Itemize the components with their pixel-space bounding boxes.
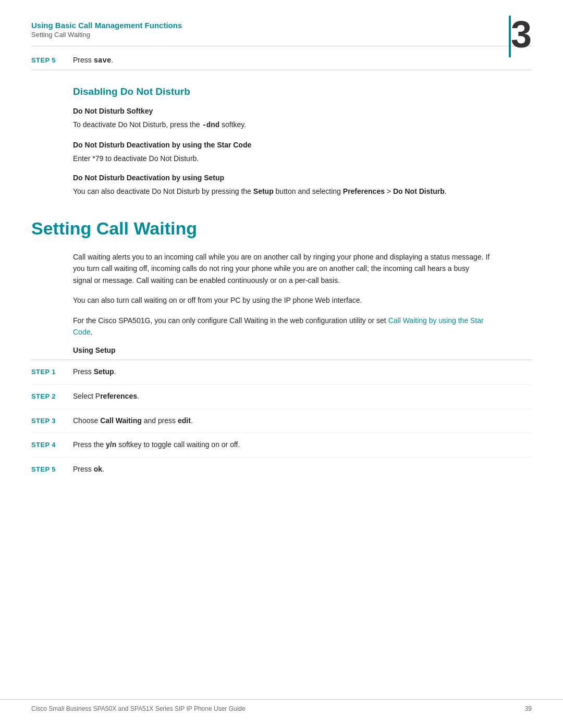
dnd-star-code-text: Enter *79 to deactivate Do Not Disturb. bbox=[73, 153, 490, 165]
dnd-setup-text-before: You can also deactivate Do Not Disturb b… bbox=[73, 187, 253, 195]
dnd-setup-text-mid: button and selecting bbox=[274, 187, 343, 195]
call-waiting-para3-after: . bbox=[90, 328, 92, 336]
footer: Cisco Small Business SPA50X and SPA51X S… bbox=[0, 699, 563, 712]
call-waiting-para3-before: For the Cisco SPA501G, you can only conf… bbox=[73, 316, 388, 325]
step-label-1: STEP 1 bbox=[31, 368, 73, 376]
dnd-setup-bold3: Do Not Disturb bbox=[393, 187, 445, 195]
step-label-3: STEP 3 bbox=[31, 417, 73, 425]
chapter-number: 3 bbox=[511, 16, 532, 53]
dnd-heading: Disabling Do Not Disturb bbox=[73, 86, 490, 97]
using-setup-heading: Using Setup bbox=[73, 346, 490, 354]
step-row-4: STEP 4 Press the y/n softkey to toggle c… bbox=[31, 433, 532, 458]
footer-left: Cisco Small Business SPA50X and SPA51X S… bbox=[31, 705, 246, 712]
dnd-setup-bold1: Setup bbox=[253, 187, 274, 195]
step3-bold1: Call Waiting bbox=[100, 416, 142, 425]
dnd-setup-heading: Do Not Disturb Deactivation by using Set… bbox=[73, 174, 490, 182]
call-waiting-para2: You can also turn call waiting on or off… bbox=[73, 294, 490, 306]
step5-save-text: Press save. bbox=[73, 56, 113, 65]
step-label-4: STEP 4 bbox=[31, 441, 73, 449]
call-waiting-para1: Call waiting alerts you to an incoming c… bbox=[73, 251, 490, 286]
step-row-2: STEP 2 Select Preferences. bbox=[31, 385, 532, 409]
dnd-softkey-text: To deactivate Do Not Disturb, press the … bbox=[73, 119, 490, 131]
step1-bold: Setup bbox=[94, 367, 114, 376]
dnd-section: Disabling Do Not Disturb Do Not Disturb … bbox=[73, 86, 490, 198]
dnd-softkey-text-before: To deactivate Do Not Disturb, press the bbox=[73, 120, 202, 129]
dnd-softkey-code: -dnd bbox=[202, 121, 219, 129]
dnd-softkey-heading: Do Not Disturb Softkey bbox=[73, 107, 490, 115]
dnd-softkey-text-after: softkey. bbox=[219, 120, 246, 129]
step-content-3: Choose Call Waiting and press edit. bbox=[73, 415, 532, 427]
step3-bold2: edit bbox=[178, 416, 191, 425]
content: STEP 5 Press save. Disabling Do Not Dist… bbox=[0, 46, 563, 482]
dnd-setup-text: You can also deactivate Do Not Disturb b… bbox=[73, 186, 490, 198]
dnd-star-code-heading: Do Not Disturb Deactivation by using the… bbox=[73, 141, 490, 149]
step5-bold: ok bbox=[94, 465, 102, 473]
step-content-5: Press ok. bbox=[73, 464, 532, 475]
breadcrumb-title: Using Basic Call Management Functions bbox=[31, 21, 532, 30]
breadcrumb-sub: Setting Call Waiting bbox=[31, 31, 532, 39]
dnd-setup-text-end: . bbox=[445, 187, 447, 195]
step2-bold: references bbox=[100, 392, 137, 400]
footer-page: 39 bbox=[525, 705, 532, 712]
header: Using Basic Call Management Functions Se… bbox=[0, 0, 563, 39]
step-content-4: Press the y/n softkey to toggle call wai… bbox=[73, 439, 532, 451]
step5-save-command: save bbox=[94, 56, 112, 65]
step5-save-section: STEP 5 Press save. bbox=[31, 46, 532, 70]
call-waiting-title: Setting Call Waiting bbox=[31, 218, 532, 239]
step-row-3: STEP 3 Choose Call Waiting and press edi… bbox=[31, 409, 532, 434]
step5-save-line: STEP 5 Press save. bbox=[31, 56, 532, 65]
step-label-5: STEP 5 bbox=[31, 465, 73, 473]
page: Using Basic Call Management Functions Se… bbox=[0, 0, 563, 728]
step-row-5: STEP 5 Press ok. bbox=[31, 458, 532, 482]
steps-list: STEP 1 Press Setup. STEP 2 Select Prefer… bbox=[31, 360, 532, 481]
step-content-1: Press Setup. bbox=[73, 366, 532, 378]
call-waiting-para3: For the Cisco SPA501G, you can only conf… bbox=[73, 315, 490, 338]
step4-bold: y/n bbox=[106, 440, 116, 449]
dnd-setup-text-gt: > bbox=[385, 187, 393, 195]
step5-save-label: STEP 5 bbox=[31, 56, 73, 64]
step-label-2: STEP 2 bbox=[31, 392, 73, 400]
step-content-2: Select Preferences. bbox=[73, 391, 532, 402]
step-row-1: STEP 1 Press Setup. bbox=[31, 360, 532, 385]
dnd-setup-bold2: Preferences bbox=[343, 187, 385, 195]
